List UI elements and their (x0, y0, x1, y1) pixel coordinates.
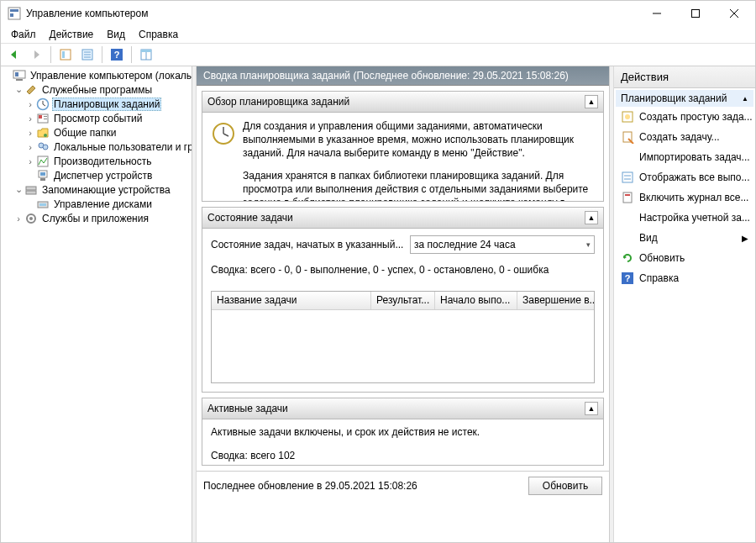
tree-disk-management[interactable]: Управление дисками (52, 198, 154, 210)
overview-p1: Для создания и управления общими задания… (243, 119, 590, 161)
twisty-icon[interactable]: ⌄ (13, 84, 24, 95)
toolbar: ? (1, 43, 755, 66)
overview-title: Обзор планировщика заданий (207, 96, 585, 108)
window-title: Управление компьютером (26, 8, 638, 19)
svg-rect-1 (10, 9, 18, 12)
performance-icon (36, 155, 50, 168)
titlebar: Управление компьютером (1, 1, 755, 26)
overview-text: Для создания и управления общими задания… (243, 119, 595, 201)
status-period-combo[interactable]: за последние 24 часа ▾ (410, 235, 595, 254)
menu-help[interactable]: Справка (134, 27, 183, 42)
services-icon (24, 212, 38, 225)
chevron-down-icon: ▾ (586, 240, 591, 249)
svg-rect-19 (15, 72, 18, 76)
status-header[interactable]: Состояние задачи ▲ (202, 208, 603, 229)
maximize-button[interactable] (676, 1, 715, 26)
action-create-task[interactable]: Создать задачу... (616, 127, 753, 147)
action-enable-log[interactable]: Включить журнал все... (616, 187, 753, 208)
svg-rect-26 (44, 116, 47, 117)
col-start[interactable]: Начало выпо... (435, 292, 517, 309)
menu-action[interactable]: Действие (45, 27, 99, 42)
tree-performance[interactable]: Производительность (52, 156, 153, 167)
shared-folder-icon (36, 126, 50, 140)
nav-tree[interactable]: Управление компьютером (локальным) ⌄Служ… (1, 66, 192, 542)
show-tree-button[interactable] (55, 45, 76, 64)
svg-rect-17 (141, 50, 151, 52)
collapse-icon[interactable]: ▲ (585, 95, 598, 108)
actions-group-title[interactable]: Планировщик заданий▲ (616, 90, 753, 107)
twisty-icon[interactable]: › (24, 156, 36, 166)
active-title: Активные задачи (207, 403, 585, 414)
svg-text:?: ? (114, 50, 120, 60)
app-icon (8, 7, 21, 20)
tree-event-viewer[interactable]: Просмотр событий (52, 113, 144, 124)
svg-point-30 (43, 145, 48, 150)
tree-task-scheduler[interactable]: Планировщик заданий (52, 98, 161, 111)
center-header: Сводка планировщика заданий (Последнее о… (197, 66, 609, 86)
overview-p2: Задания хранятся в папках библиотеки пла… (243, 169, 590, 201)
help-button[interactable]: ? (107, 45, 127, 64)
twisty-icon[interactable]: › (24, 113, 36, 124)
action-import[interactable]: Импортировать задач... (616, 147, 753, 167)
actions-header: Действия (614, 66, 755, 88)
collapse-icon[interactable]: ▲ (585, 402, 598, 415)
tree-root[interactable]: Управление компьютером (локальным) (29, 70, 192, 82)
tree-services-apps[interactable]: Службы и приложения (40, 213, 150, 224)
collapse-icon[interactable]: ▲ (585, 211, 598, 224)
task-status-grid[interactable]: Название задачи Результат... Начало выпо… (211, 291, 595, 383)
device-manager-icon (36, 169, 50, 182)
nav-forward-button[interactable] (26, 45, 46, 64)
menu-view[interactable]: Вид (102, 27, 130, 42)
clock-icon (36, 98, 50, 111)
event-viewer-icon (36, 112, 50, 125)
tree-storage[interactable]: Запоминающие устройства (40, 184, 172, 196)
menubar: Файл Действие Вид Справка (1, 26, 755, 43)
action-refresh[interactable]: Обновить (616, 248, 753, 268)
action-show-all-running[interactable]: Отображать все выпо... (616, 167, 753, 187)
nav-back-button[interactable] (4, 45, 24, 64)
help-icon: ? (621, 272, 634, 285)
grid-header: Название задачи Результат... Начало выпо… (212, 292, 595, 310)
tree-local-users[interactable]: Локальные пользователи и группы (52, 141, 192, 153)
twisty-icon[interactable]: › (24, 99, 36, 109)
overview-header[interactable]: Обзор планировщика заданий ▲ (202, 92, 603, 113)
action-create-basic[interactable]: Создать простую зада... (616, 107, 753, 127)
active-tasks-section: Активные задачи ▲ Активные задачи включе… (202, 398, 604, 466)
svg-point-40 (29, 217, 33, 220)
svg-rect-35 (26, 187, 36, 190)
svg-rect-2 (10, 13, 13, 17)
tree-device-manager[interactable]: Диспетчер устройств (52, 170, 154, 182)
twisty-icon[interactable]: › (24, 128, 36, 138)
active-summary: Сводка: всего 102 (211, 450, 595, 461)
twisty-icon[interactable]: ⌄ (13, 184, 24, 195)
action-help[interactable]: ?Справка (616, 268, 753, 288)
action-account-config[interactable]: Настройка учетной за... (616, 208, 753, 228)
twisty-icon[interactable]: › (24, 142, 36, 152)
columns-button[interactable] (136, 45, 156, 64)
svg-rect-36 (26, 191, 36, 194)
minimize-button[interactable] (638, 1, 676, 26)
triangle-up-icon: ▲ (742, 95, 748, 103)
active-header[interactable]: Активные задачи ▲ (202, 398, 603, 419)
svg-point-45 (625, 114, 630, 119)
svg-rect-47 (622, 172, 633, 182)
col-result[interactable]: Результат... (371, 292, 435, 309)
col-end[interactable]: Завершение в... (517, 292, 595, 309)
col-task-name[interactable]: Название задачи (212, 292, 371, 309)
action-view[interactable]: Вид▶ (616, 228, 753, 248)
refresh-button[interactable]: Обновить (528, 477, 602, 495)
status-title: Состояние задачи (207, 212, 585, 224)
twisty-icon[interactable]: › (13, 214, 24, 224)
tree-shared-folders[interactable]: Общие папки (52, 127, 118, 139)
svg-rect-34 (40, 172, 45, 176)
menu-file[interactable]: Файл (6, 27, 41, 42)
clock-large-icon (211, 121, 236, 146)
svg-rect-8 (62, 51, 65, 58)
active-text: Активные задачи включены, и срок их дейс… (211, 426, 595, 438)
properties-button[interactable] (77, 45, 97, 64)
actions-pane: Действия Планировщик заданий▲ Создать пр… (614, 66, 755, 542)
wizard-icon (621, 110, 634, 124)
list-icon (621, 171, 634, 184)
tree-system-tools[interactable]: Служебные программы (40, 84, 154, 96)
close-button[interactable] (715, 1, 753, 26)
